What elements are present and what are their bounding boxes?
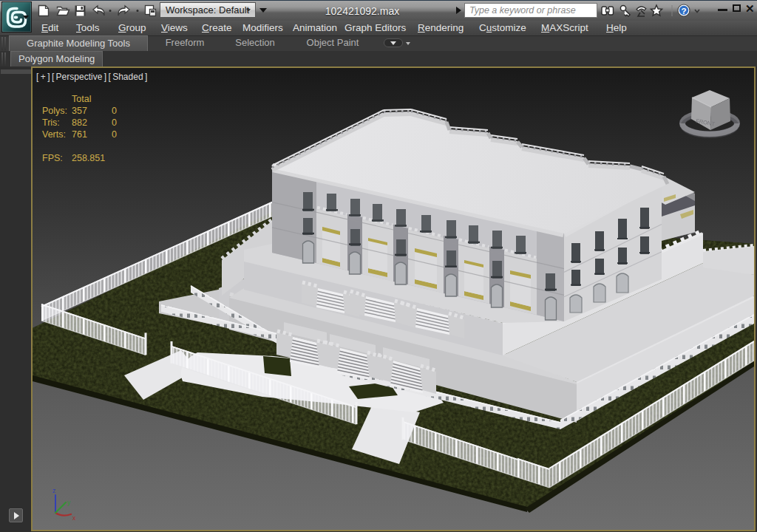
svg-text:?: ? [681,7,686,16]
svg-text:z: z [52,487,55,494]
